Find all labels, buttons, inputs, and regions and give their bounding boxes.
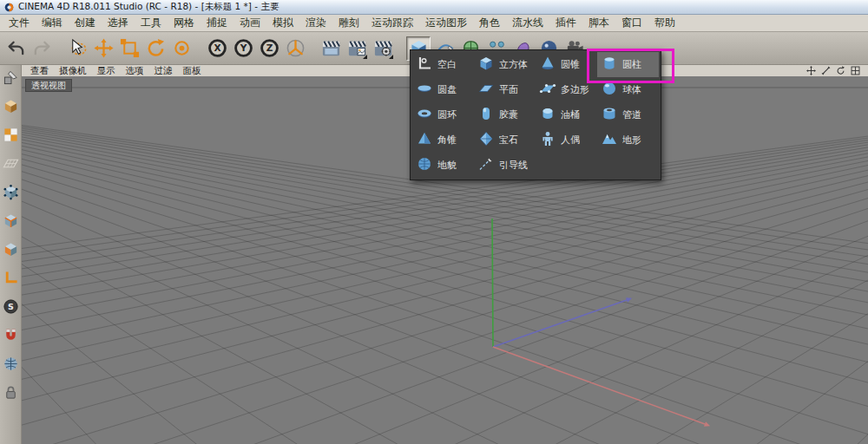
- viewport-label: 透视视图: [25, 79, 72, 92]
- menu-animate[interactable]: 动画: [233, 15, 266, 31]
- lock-x-button[interactable]: X: [205, 36, 229, 61]
- live-selection-button[interactable]: [65, 36, 89, 61]
- primitive-null[interactable]: 空白: [412, 52, 474, 77]
- redo-button[interactable]: [30, 36, 54, 61]
- plane-icon: [477, 80, 495, 100]
- primitive-polygon[interactable]: 多边形: [536, 77, 597, 102]
- primitive-relief[interactable]: 地貌: [412, 153, 474, 178]
- disc-icon: [416, 80, 433, 100]
- viewport-menu-display[interactable]: 显示: [92, 65, 121, 77]
- primitive-cylinder[interactable]: 圆柱: [597, 52, 659, 77]
- zoom-view-button[interactable]: [820, 66, 832, 76]
- points-mode-button[interactable]: [2, 183, 19, 200]
- rotate-view-icon: [836, 66, 845, 75]
- solo-mode-button[interactable]: S: [2, 297, 19, 315]
- lock-button[interactable]: [2, 383, 19, 401]
- model-mode-button[interactable]: [2, 97, 19, 114]
- coordinate-system-button[interactable]: [283, 36, 307, 61]
- menu-help[interactable]: 帮助: [648, 15, 681, 31]
- move-tool-button[interactable]: [91, 36, 115, 61]
- primitive-disc[interactable]: 圆盘: [412, 77, 474, 102]
- menu-window[interactable]: 窗口: [615, 15, 648, 31]
- primitive-tube[interactable]: 管道: [597, 102, 659, 127]
- quantize-icon: [3, 356, 19, 372]
- primitive-oil-tank[interactable]: 油桶: [536, 102, 597, 127]
- menu-sculpt[interactable]: 雕刻: [332, 15, 365, 31]
- x-lock-icon: X: [207, 38, 227, 58]
- undo-button[interactable]: [3, 36, 28, 61]
- menu-pipeline[interactable]: 流水线: [506, 15, 549, 31]
- relief-icon: [416, 155, 433, 175]
- rotate-tool-button[interactable]: [143, 36, 168, 61]
- menu-create[interactable]: 创建: [69, 15, 102, 31]
- render-picture-viewer-button[interactable]: [345, 36, 369, 61]
- render-settings-button[interactable]: [371, 36, 395, 61]
- viewport-menu-options[interactable]: 选项: [121, 65, 149, 77]
- primitive-plane[interactable]: 平面: [474, 77, 536, 102]
- rotate-view-button[interactable]: [835, 66, 846, 76]
- mode-toolbar: S: [0, 65, 22, 444]
- solo-icon: S: [3, 298, 19, 315]
- scale-tool-button[interactable]: [117, 36, 141, 61]
- polygons-mode-icon: [3, 241, 19, 258]
- workplane-mode-button[interactable]: [2, 154, 19, 172]
- polygons-mode-button[interactable]: [2, 240, 19, 258]
- primitive-torus[interactable]: 圆环: [412, 102, 474, 127]
- menu-file[interactable]: 文件: [3, 15, 36, 31]
- render-picture-icon: [347, 38, 367, 58]
- svg-text:S: S: [8, 302, 14, 311]
- primitive-capsule[interactable]: 胶囊: [474, 102, 536, 127]
- primitive-cone[interactable]: 圆锥: [536, 52, 597, 77]
- menu-mograph[interactable]: 运动图形: [419, 15, 473, 31]
- scale-icon: [120, 38, 140, 58]
- primitive-landscape[interactable]: 地形: [597, 127, 659, 153]
- viewport-menu-panel[interactable]: 面板: [178, 65, 207, 77]
- guide-icon: [477, 155, 495, 175]
- texture-mode-button[interactable]: [2, 126, 19, 143]
- quantize-button[interactable]: [2, 355, 19, 372]
- edges-mode-button[interactable]: [2, 212, 19, 229]
- menu-plugins[interactable]: 插件: [549, 15, 582, 31]
- torus-icon: [416, 105, 433, 125]
- primitive-platonic[interactable]: 宝石: [474, 127, 536, 153]
- toggle-view-button[interactable]: [850, 66, 861, 76]
- menu-motion-tracker[interactable]: 运动跟踪: [365, 15, 419, 31]
- menu-render[interactable]: 渲染: [299, 15, 332, 31]
- make-editable-button[interactable]: [2, 69, 19, 86]
- cinema4d-window: CINEMA 4D R18.011 Studio (RC - R18) - [未…: [0, 0, 868, 444]
- menu-mesh[interactable]: 网格: [168, 15, 201, 31]
- menu-tools[interactable]: 工具: [135, 15, 168, 31]
- snap-button[interactable]: [2, 326, 19, 343]
- menu-edit[interactable]: 编辑: [36, 15, 69, 31]
- primitive-pyramid[interactable]: 角锥: [412, 127, 474, 153]
- viewport-menu-cameras[interactable]: 摄像机: [54, 65, 92, 77]
- gem-icon: [477, 130, 495, 150]
- primitive-sphere[interactable]: 球体: [597, 77, 659, 102]
- primitive-guide[interactable]: 引导线: [474, 153, 536, 178]
- axis-mode-button[interactable]: [2, 269, 19, 286]
- viewport-menu-view[interactable]: 查看: [25, 65, 54, 77]
- primitive-figure[interactable]: 人偶: [536, 127, 597, 153]
- capsule-icon: [477, 105, 495, 125]
- render-settings-icon: [373, 38, 393, 58]
- menu-script[interactable]: 脚本: [582, 15, 615, 31]
- menu-simulate[interactable]: 模拟: [266, 15, 299, 31]
- oiltank-icon: [539, 105, 556, 125]
- lock-icon: [3, 384, 19, 401]
- svg-text:X: X: [214, 42, 220, 53]
- render-view-button[interactable]: [319, 36, 343, 61]
- cube-icon: [477, 55, 495, 75]
- pan-view-button[interactable]: [806, 66, 817, 76]
- lock-y-button[interactable]: Y: [231, 36, 255, 61]
- app-icon: [4, 3, 14, 12]
- lock-z-button[interactable]: Z: [257, 36, 281, 61]
- last-tool-button[interactable]: [169, 36, 194, 61]
- viewport-menu-filter[interactable]: 过滤: [149, 65, 178, 77]
- sphere-icon: [601, 80, 618, 100]
- menu-select[interactable]: 选择: [102, 15, 135, 31]
- primitive-cube[interactable]: 立方体: [474, 52, 536, 77]
- landscape-icon: [601, 130, 618, 150]
- menu-character[interactable]: 角色: [473, 15, 506, 31]
- menu-snap[interactable]: 捕捉: [201, 15, 233, 31]
- model-mode-icon: [3, 98, 19, 114]
